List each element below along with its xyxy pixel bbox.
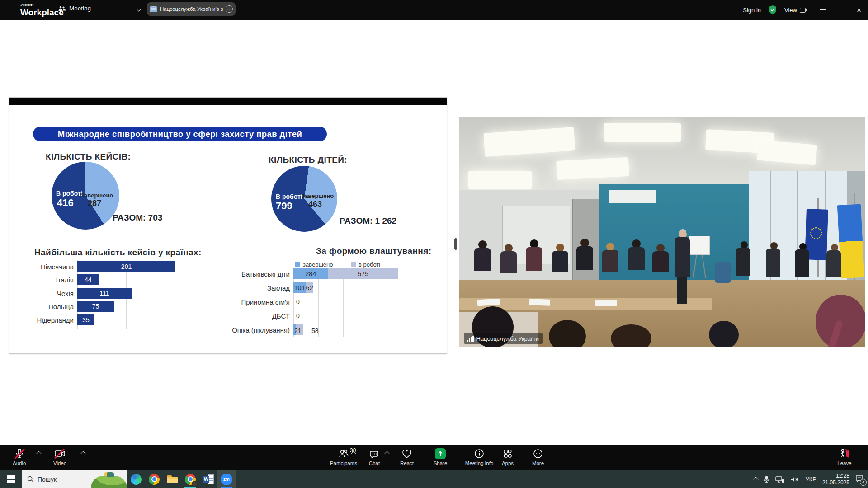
- audio-level-icon: [467, 336, 474, 342]
- presenter-legs: [677, 277, 687, 304]
- view-button[interactable]: View: [784, 7, 806, 14]
- logo-zoom-text: zoom: [20, 2, 64, 7]
- security-shield-icon[interactable]: [768, 5, 777, 15]
- category-label: Батьківські діти: [190, 270, 290, 278]
- taskbar-explorer-icon[interactable]: [163, 470, 181, 488]
- heart-icon: [401, 448, 412, 459]
- pane-splitter-handle[interactable]: [454, 238, 457, 250]
- person: [652, 251, 669, 272]
- legend-swatch-completed: [295, 262, 300, 267]
- participants-label: Participants: [330, 460, 357, 466]
- start-button[interactable]: [0, 470, 22, 488]
- category-label: ДБСТ: [190, 312, 290, 320]
- meeting-info-button[interactable]: Meeting info: [459, 448, 500, 466]
- video-feed[interactable]: Нацсоцслужба України: [459, 117, 865, 347]
- pie-value: 799: [276, 200, 292, 212]
- video-button[interactable]: Video: [53, 448, 66, 466]
- minimize-button[interactable]: [814, 0, 832, 20]
- close-button[interactable]: ×: [850, 0, 868, 20]
- bar-value: 201: [121, 263, 132, 270]
- cases-heading: КІЛЬКІСТЬ КЕЙСІВ:: [46, 152, 131, 162]
- sign-in-button[interactable]: Sign in: [743, 7, 761, 14]
- camera-muted-icon: [54, 448, 66, 459]
- category-label: Чехія: [18, 290, 74, 297]
- segment-in-progress: 62: [306, 282, 313, 293]
- person: [795, 249, 809, 277]
- zero-value: 0: [296, 312, 300, 319]
- share-button[interactable]: Share: [428, 448, 453, 466]
- tray-network-icon[interactable]: [775, 476, 784, 483]
- eu-stars: [810, 227, 822, 239]
- chat-button[interactable]: Chat: [362, 448, 387, 466]
- taskbar-chrome2-icon[interactable]: [181, 470, 199, 488]
- category-label: Італія: [18, 276, 74, 284]
- apps-icon: [503, 448, 513, 459]
- chevron-down-icon[interactable]: [136, 6, 141, 11]
- apps-button[interactable]: Apps: [495, 448, 520, 466]
- person: [766, 249, 780, 277]
- tray-date: 21.05.2025: [822, 479, 849, 486]
- leave-button[interactable]: Leave: [831, 448, 858, 466]
- category-label: Польща: [18, 303, 74, 310]
- language-indicator[interactable]: УКР: [805, 476, 816, 483]
- bar: 111: [77, 288, 132, 299]
- next-page-edge: [9, 358, 447, 362]
- pie-value: 416: [57, 197, 74, 209]
- notification-center-button[interactable]: 4: [855, 475, 863, 484]
- taskbar-zoom-icon[interactable]: zm: [217, 470, 236, 488]
- person: [602, 250, 618, 272]
- pie-label: В роботі: [276, 193, 302, 200]
- more-button[interactable]: More: [525, 448, 551, 466]
- react-label: React: [400, 460, 414, 466]
- tray-time: 12:28: [822, 473, 849, 479]
- restore-button[interactable]: [832, 0, 850, 20]
- person: [736, 248, 750, 276]
- person: [628, 247, 645, 270]
- video-options-chevron[interactable]: [80, 451, 85, 456]
- ceiling-light: [604, 123, 681, 142]
- segment-completed: 101: [293, 282, 306, 293]
- info-icon: [474, 448, 484, 459]
- tray-microphone-icon[interactable]: [764, 475, 769, 483]
- legend-swatch-in-progress: [351, 262, 356, 267]
- category-label: Нідерланди: [18, 316, 74, 324]
- participants-button[interactable]: 30 Participants: [319, 448, 368, 466]
- tray-expand-chevron[interactable]: [754, 477, 759, 482]
- more-label: More: [532, 460, 544, 466]
- zoom-workplace-logo: zoom Workplace: [20, 2, 64, 17]
- microphone-muted-icon: [14, 448, 24, 459]
- clock[interactable]: 12:28 21.05.2025: [822, 473, 849, 486]
- category-label: Прийомна сім'я: [190, 298, 290, 306]
- close-icon: ×: [857, 6, 861, 14]
- taskbar-search[interactable]: Пошук: [22, 470, 127, 488]
- tab-shared-screen-label: Нацсоцслужба України's screen: [160, 6, 223, 12]
- children-heading: КІЛЬКІСТЬ ДІТЕЙ:: [269, 155, 347, 165]
- stacked-bar: 284 575: [293, 268, 398, 279]
- react-button[interactable]: React: [394, 448, 420, 466]
- ceiling-light: [468, 171, 532, 189]
- segment-value: 62: [306, 284, 313, 291]
- participant-name-label: Нацсоцслужба України: [464, 333, 543, 344]
- legend-completed: завершено: [295, 261, 333, 268]
- person: [526, 247, 542, 271]
- windows-logo-icon: [7, 475, 15, 483]
- audio-label: Audio: [13, 460, 26, 466]
- tab-meeting[interactable]: Meeting: [58, 5, 91, 12]
- tab-shared-screen[interactable]: Нацсоцслужба України's screen …: [147, 2, 236, 16]
- person: [474, 248, 491, 271]
- tab-options-icon[interactable]: …: [226, 5, 233, 13]
- taskbar-word-icon[interactable]: W: [199, 470, 217, 488]
- view-label: View: [784, 7, 797, 14]
- person: [500, 251, 517, 273]
- tray-speaker-icon[interactable]: [790, 476, 799, 483]
- segment-value: 58: [311, 327, 319, 334]
- audio-button[interactable]: Audio: [13, 448, 26, 466]
- taskbar-edge-icon[interactable]: [127, 470, 145, 488]
- video-label: Video: [53, 460, 66, 466]
- search-weather-illustration: [91, 470, 127, 488]
- taskbar-chrome-icon[interactable]: [145, 470, 163, 488]
- presenter-body: [675, 237, 690, 277]
- foreground-head: [709, 321, 739, 347]
- chat-icon: [369, 448, 380, 459]
- audio-options-chevron[interactable]: [36, 451, 41, 456]
